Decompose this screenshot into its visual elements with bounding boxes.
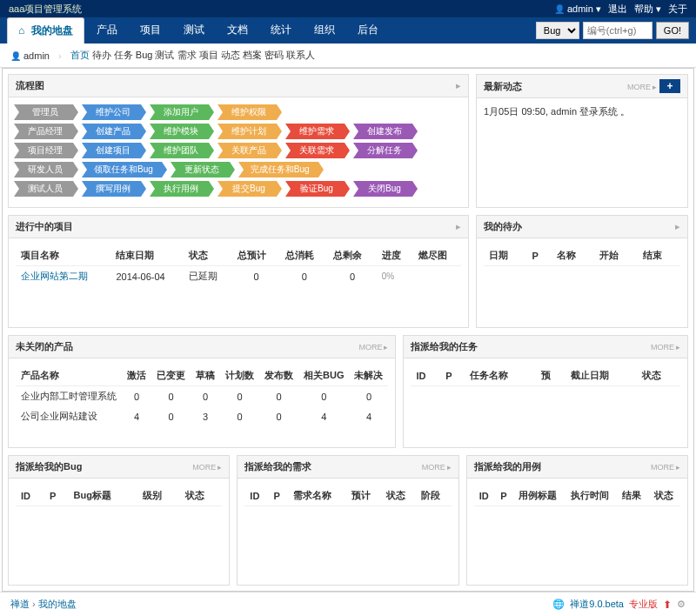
col-header: 计划数 bbox=[220, 365, 259, 386]
nav-tab-6[interactable]: 组织 bbox=[304, 17, 345, 44]
flow-step[interactable]: 关联需求 bbox=[285, 143, 345, 158]
subnav-item-1[interactable]: 待办 bbox=[92, 50, 111, 60]
col-header: 草稿 bbox=[191, 365, 220, 386]
product-name[interactable]: 企业内部工时管理系统 bbox=[16, 386, 122, 407]
app-title: aaa项目管理系统 bbox=[9, 3, 82, 16]
flow-step[interactable]: 提交Bug bbox=[218, 181, 277, 197]
search-type-select[interactable]: Bug bbox=[536, 22, 579, 39]
add-button[interactable]: + bbox=[659, 79, 680, 93]
nav-tab-5[interactable]: 统计 bbox=[260, 17, 302, 44]
subnav-item-9[interactable]: 密码 bbox=[264, 50, 284, 60]
col-header: 开始 bbox=[594, 245, 637, 266]
bugs-table: IDPBug标题级别状态 bbox=[16, 485, 222, 506]
table-row: 企业网站第二期2014-06-04已延期0000% bbox=[16, 266, 461, 287]
subnav-item-7[interactable]: 动态 bbox=[221, 50, 240, 60]
flow-step[interactable]: 维护模块 bbox=[150, 124, 209, 139]
flow-step[interactable]: 创建发布 bbox=[353, 124, 412, 139]
col-header: 状态 bbox=[649, 485, 680, 506]
panel-title: 我的待办 bbox=[484, 220, 522, 233]
nav-tab-1[interactable]: 产品 bbox=[86, 17, 128, 44]
flow-step[interactable]: 维护计划 bbox=[218, 124, 277, 139]
col-header: ID bbox=[474, 485, 496, 506]
subnav-item-3[interactable]: Bug bbox=[136, 50, 153, 60]
subnav-item-5[interactable]: 需求 bbox=[177, 50, 197, 60]
assigned-stories-panel: 指派给我的需求MORE IDP需求名称预计状态阶段 bbox=[237, 455, 458, 586]
project-link[interactable]: 企业网站第二期 bbox=[16, 266, 110, 287]
back-to-top-icon[interactable]: ⬆ bbox=[663, 599, 672, 611]
more-link[interactable]: MORE bbox=[192, 463, 222, 472]
flow-step[interactable]: 维护权限 bbox=[218, 104, 277, 120]
flow-step[interactable]: 创建项目 bbox=[82, 143, 141, 158]
more-link[interactable]: MORE bbox=[422, 463, 452, 472]
flow-step[interactable]: 撰写用例 bbox=[82, 181, 141, 197]
footer-back-link[interactable]: 我的地盘 bbox=[38, 599, 77, 609]
more-link[interactable]: MORE bbox=[651, 343, 680, 352]
more-link[interactable]: MORE bbox=[627, 83, 657, 91]
subnav-item-10[interactable]: 联系人 bbox=[286, 50, 315, 60]
flow-step[interactable]: 维护团队 bbox=[150, 143, 209, 158]
about-link[interactable]: 关于 bbox=[668, 3, 687, 16]
search-input[interactable] bbox=[583, 22, 652, 39]
subnav-item-2[interactable]: 任务 bbox=[114, 50, 133, 60]
tasks-table: IDP任务名称预截止日期状态 bbox=[411, 365, 680, 386]
col-header: 预 bbox=[536, 365, 566, 386]
flow-step[interactable]: 关联产品 bbox=[218, 143, 277, 158]
flow-step[interactable]: 完成任务和Bug bbox=[238, 162, 318, 177]
subnav-item-0[interactable]: 首页 bbox=[70, 50, 90, 60]
dynamics-panel: 最新动态 MORE + 1月05日 09:50, admin 登录系统 。 bbox=[476, 74, 688, 208]
flow-step[interactable]: 维护公司 bbox=[82, 104, 141, 120]
product-name[interactable]: 公司企业网站建设 bbox=[16, 406, 122, 426]
col-header: P bbox=[44, 485, 69, 506]
flow-step[interactable]: 领取任务和Bug bbox=[82, 162, 162, 177]
settings-icon[interactable]: ⚙ bbox=[677, 599, 686, 610]
help-link[interactable]: 帮助 ▾ bbox=[634, 3, 661, 16]
more-link[interactable]: MORE bbox=[651, 463, 680, 472]
col-header: 产品名称 bbox=[16, 365, 122, 386]
col-header: 名称 bbox=[552, 245, 594, 266]
flow-step[interactable]: 关闭Bug bbox=[353, 181, 412, 197]
logout-link[interactable]: 退出 bbox=[608, 3, 627, 16]
table-row: 公司企业网站建设4030044 bbox=[16, 406, 388, 426]
panel-title: 指派给我的任务 bbox=[411, 340, 478, 353]
subnav-item-4[interactable]: 测试 bbox=[155, 50, 174, 60]
flow-step[interactable]: 执行用例 bbox=[150, 181, 209, 197]
col-header: 发布数 bbox=[259, 365, 298, 386]
col-header: 级别 bbox=[137, 485, 180, 506]
col-header: 状态 bbox=[180, 485, 223, 506]
separator: › bbox=[58, 50, 62, 61]
stories-table: IDP需求名称预计状态阶段 bbox=[244, 485, 451, 506]
nav-tab-4[interactable]: 文档 bbox=[217, 17, 258, 44]
flow-step[interactable]: 维护需求 bbox=[285, 124, 345, 139]
footer-zentao-link[interactable]: 禅道 bbox=[10, 599, 30, 609]
col-header: P bbox=[526, 245, 551, 266]
flow-step[interactable]: 更新状态 bbox=[171, 162, 230, 177]
flow-step[interactable]: 分解任务 bbox=[353, 143, 412, 158]
col-header: 燃尽图 bbox=[413, 245, 461, 266]
col-header: 日期 bbox=[484, 245, 526, 266]
panel-title: 未关闭的产品 bbox=[16, 340, 73, 353]
panel-title: 流程图 bbox=[16, 79, 44, 92]
more-link[interactable]: MORE bbox=[358, 343, 388, 352]
subnav-item-6[interactable]: 项目 bbox=[199, 50, 218, 60]
user-menu[interactable]: admin ▾ bbox=[554, 3, 601, 15]
nav-tab-0[interactable]: ⌂ 我的地盘 bbox=[7, 17, 84, 44]
dynamic-entry: 1月05日 09:50, admin 登录系统 。 bbox=[484, 105, 680, 118]
search-go-button[interactable]: GO! bbox=[656, 22, 689, 39]
table-row: 企业内部工时管理系统0000000 bbox=[16, 386, 388, 407]
collapse-icon[interactable]: ▸ bbox=[675, 221, 680, 232]
flow-step[interactable]: 创建产品 bbox=[82, 124, 141, 139]
nav-tab-3[interactable]: 测试 bbox=[173, 17, 215, 44]
subnav-item-8[interactable]: 档案 bbox=[243, 50, 262, 60]
collapse-icon[interactable]: ▸ bbox=[456, 80, 461, 91]
flow-step[interactable]: 添加用户 bbox=[150, 104, 209, 120]
nav-tab-7[interactable]: 后台 bbox=[347, 17, 389, 44]
flow-step[interactable]: 验证Bug bbox=[285, 181, 345, 197]
col-header: 项目名称 bbox=[16, 245, 110, 266]
nav-tab-2[interactable]: 项目 bbox=[130, 17, 171, 44]
collapse-icon[interactable]: ▸ bbox=[456, 221, 461, 232]
ongoing-projects-panel: 进行中的项目▸ 项目名称结束日期状态总预计总消耗总剩余进度燃尽图企业网站第二期2… bbox=[8, 215, 469, 328]
products-table: 产品名称激活已变更草稿计划数发布数相关BUG未解决企业内部工时管理系统00000… bbox=[16, 365, 388, 426]
pro-link[interactable]: 专业版 bbox=[629, 598, 658, 611]
assigned-cases-panel: 指派给我的用例MORE IDP用例标题执行时间结果状态 bbox=[466, 455, 688, 586]
panel-title: 最新动态 bbox=[484, 80, 522, 93]
